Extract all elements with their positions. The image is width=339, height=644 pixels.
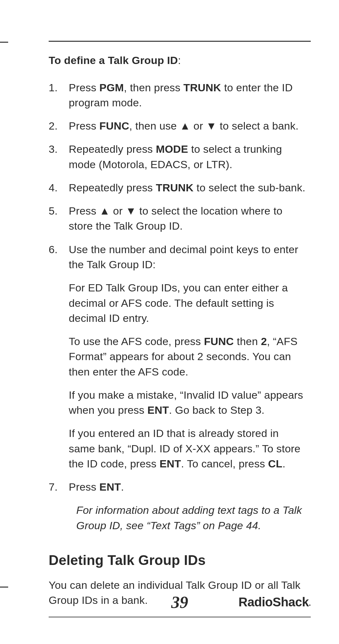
step-paragraph: For ED Talk Group IDs, you can enter eit…: [69, 280, 306, 326]
step-paragraph: Press ▲ or ▼ to select the location wher…: [69, 203, 306, 234]
text-run: Repeatedly press: [69, 143, 156, 155]
step-paragraph: Press ENT.: [69, 479, 306, 494]
step-body: Press ENT.For information about adding t…: [69, 479, 311, 533]
step-number: 5.: [49, 203, 69, 218]
step-item: 1.Press PGM, then press TRUNK to enter t…: [49, 80, 311, 110]
brand-logo: RadioShack.: [239, 595, 311, 609]
step-item: 3.Repeatedly press MODE to select a trun…: [49, 141, 311, 172]
text-run: to select the sub-bank.: [193, 182, 305, 194]
text-run: Press: [69, 120, 100, 132]
text-run: , then use: [129, 120, 180, 132]
step-body: Use the number and decimal point keys to…: [69, 242, 311, 471]
text-run: Press: [69, 82, 100, 93]
text-run: to select a bank.: [217, 120, 299, 132]
step-paragraph: Press PGM, then press TRUNK to enter the…: [69, 80, 306, 110]
bold-key: ENT: [159, 458, 181, 470]
rule-bottom: [49, 617, 311, 617]
step-item: 7.Press ENT.For information about adding…: [49, 479, 311, 533]
bold-key: CL: [268, 458, 282, 470]
text-run: .: [282, 458, 286, 470]
page-footer: 39 RadioShack.: [49, 593, 311, 614]
page-number: 39: [171, 593, 188, 612]
step-paragraph: Repeatedly press MODE to select a trunki…: [69, 141, 306, 172]
text-run: or: [191, 120, 206, 132]
intro-bold: To define a Talk Group ID: [49, 54, 178, 66]
text-run: Press: [69, 205, 100, 217]
step-paragraph: Press FUNC, then use ▲ or ▼ to select a …: [69, 118, 306, 133]
text-run: . Go back to Step 3.: [169, 404, 265, 416]
text-run: then: [234, 335, 261, 347]
step-body: Repeatedly press TRUNK to select the sub…: [69, 180, 311, 195]
step-item: 5.Press ▲ or ▼ to select the location wh…: [49, 203, 311, 234]
step-paragraph: To use the AFS code, press FUNC then 2, …: [69, 334, 306, 379]
text-run: To use the AFS code, press: [69, 335, 204, 347]
step-body: Press ▲ or ▼ to select the location wher…: [69, 203, 311, 234]
text-run: or: [110, 205, 126, 217]
bold-key: TRUNK: [183, 82, 221, 93]
bold-key: MODE: [156, 143, 188, 155]
text-run: Repeatedly press: [69, 182, 156, 194]
brand-second: Shack: [272, 595, 309, 609]
step-item: 6.Use the number and decimal point keys …: [49, 242, 311, 471]
step-body: Press PGM, then press TRUNK to enter the…: [69, 80, 311, 110]
step-number: 3.: [49, 141, 69, 157]
text-run: .: [121, 481, 124, 493]
step-number: 7.: [49, 479, 69, 494]
text-run: , then press: [124, 82, 184, 93]
text-run: Press: [69, 481, 100, 493]
step-item: 4.Repeatedly press TRUNK to select the s…: [49, 180, 311, 195]
brand-first: Radio: [239, 595, 273, 609]
text-run: For ED Talk Group IDs, you can enter eit…: [69, 282, 288, 324]
brand-dot: .: [309, 599, 311, 607]
step-number: 1.: [49, 80, 69, 95]
section-heading: Deleting Talk Group IDs: [49, 552, 311, 568]
step-note: For information about adding text tags t…: [69, 503, 306, 533]
text-run: Use the number and decimal point keys to…: [69, 243, 298, 270]
step-item: 2.Press FUNC, then use ▲ or ▼ to select …: [49, 118, 311, 133]
step-paragraph: If you make a mistake, “Invalid ID value…: [69, 387, 306, 418]
arrow-icon: ▲: [100, 203, 110, 218]
step-paragraph: Use the number and decimal point keys to…: [69, 242, 306, 272]
crop-mark-top: [0, 42, 8, 43]
bold-key: FUNC: [204, 335, 234, 347]
bold-key: ENT: [100, 481, 121, 493]
bold-key: ENT: [148, 404, 169, 416]
rule-top: [49, 41, 311, 42]
step-paragraph: If you entered an ID that is already sto…: [69, 426, 306, 471]
step-number: 4.: [49, 180, 69, 195]
manual-page: To define a Talk Group ID: 1.Press PGM, …: [0, 0, 339, 644]
step-number: 2.: [49, 118, 69, 133]
intro-line: To define a Talk Group ID:: [49, 53, 311, 68]
step-body: Press FUNC, then use ▲ or ▼ to select a …: [69, 118, 311, 133]
arrow-icon: ▼: [126, 203, 136, 218]
bold-key: PGM: [100, 82, 124, 93]
intro-colon: :: [178, 54, 181, 66]
step-number: 6.: [49, 242, 69, 257]
crop-mark-bottom: [0, 587, 8, 588]
steps-list: 1.Press PGM, then press TRUNK to enter t…: [49, 80, 311, 533]
bold-key: TRUNK: [156, 182, 193, 194]
arrow-icon: ▼: [206, 118, 217, 133]
arrow-icon: ▲: [180, 118, 191, 133]
bold-key: FUNC: [100, 120, 129, 132]
step-body: Repeatedly press MODE to select a trunki…: [69, 141, 311, 172]
text-run: . To cancel, press: [181, 458, 268, 470]
step-paragraph: Repeatedly press TRUNK to select the sub…: [69, 180, 306, 195]
bold-key: 2: [261, 335, 267, 347]
